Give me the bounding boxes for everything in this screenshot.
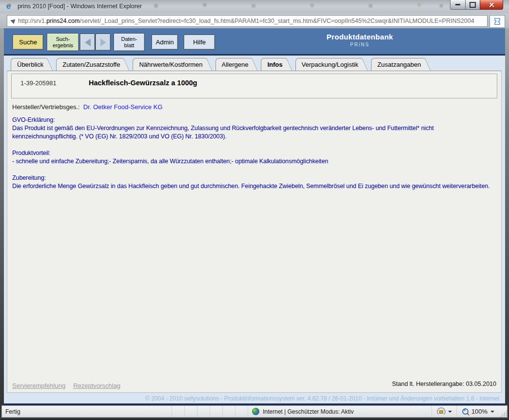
app-toolbar: Suche Such- ergebnis Daten- blatt Admin … bbox=[4, 28, 505, 54]
status-cell bbox=[184, 406, 197, 417]
window-frame-right bbox=[505, 28, 509, 418]
section-gvo: GVO-Erklärung: Das Produkt ist gemäß den… bbox=[12, 116, 494, 141]
zone-text: Internet | Geschützter Modus: Aktiv bbox=[263, 408, 354, 415]
datenblatt-button[interactable]: Daten- blatt bbox=[114, 33, 145, 51]
suche-button[interactable]: Suche bbox=[13, 35, 43, 50]
manufacturer-label: Hersteller/Vertriebsges.: bbox=[12, 103, 80, 111]
section-produktvorteil: Produktvorteil: - schnelle und einfache … bbox=[12, 149, 494, 166]
product-header-box: 1-39-205981 Hackfleisch-Gewürzsalz a 100… bbox=[11, 74, 497, 98]
section-body: Die erforderliche Menge Gewürzsalz in da… bbox=[12, 182, 494, 191]
url-text: http://srv1.prins24.com/servlet/_Load_pr… bbox=[18, 18, 474, 24]
minimize-icon bbox=[455, 4, 460, 5]
servierempfehlung-link[interactable]: Servierempfehlung bbox=[12, 382, 65, 389]
maximize-icon bbox=[470, 2, 476, 8]
info-panel: 1-39-205981 Hackfleisch-Gewürzsalz a 100… bbox=[7, 71, 502, 393]
zoom-control[interactable]: 100% bbox=[456, 406, 500, 417]
arrow-left-icon bbox=[85, 38, 91, 46]
window-title: prins 2010 [Food] - Windows Internet Exp… bbox=[18, 3, 142, 10]
copyright-note: © 2004 - 2010 sellysolutions - Produktin… bbox=[145, 395, 499, 402]
status-cell bbox=[210, 406, 222, 417]
section-heading: GVO-Erklärung: bbox=[12, 116, 494, 124]
suchergebnis-button[interactable]: Such- ergebnis bbox=[47, 33, 79, 51]
window-controls bbox=[450, 0, 503, 10]
chevron-down-icon bbox=[448, 411, 452, 413]
page-icon bbox=[10, 18, 16, 24]
maximize-button[interactable] bbox=[466, 0, 480, 10]
tab-naehrwerte-kostformen[interactable]: Nährwerte/Kostformen bbox=[133, 58, 205, 71]
compatibility-view-icon bbox=[493, 18, 501, 25]
status-text: Fertig bbox=[2, 406, 172, 417]
ie-logo-icon: e bbox=[5, 2, 14, 11]
tab-bar: Überblick Zutaten/Zusatzstoffe Nährwerte… bbox=[11, 58, 434, 71]
status-cell bbox=[197, 406, 210, 417]
section-zubereitung: Zubereitung: Die erforderliche Menge Gew… bbox=[12, 174, 494, 191]
zoom-level: 100% bbox=[471, 408, 488, 415]
tab-verpackung-logistik[interactable]: Verpackung/Logistik bbox=[295, 58, 361, 71]
magnifier-icon bbox=[462, 408, 469, 415]
titlebar: e prins 2010 [Food] - Windows Internet E… bbox=[0, 0, 509, 14]
section-heading: Zubereitung: bbox=[12, 174, 494, 182]
back-button[interactable] bbox=[80, 34, 95, 51]
globe-icon bbox=[252, 408, 259, 415]
tab-infos[interactable]: Infos bbox=[261, 58, 285, 71]
protected-mode-icon bbox=[437, 407, 446, 416]
panel-footer-links: Servierempfehlung Rezeptvorschlag bbox=[12, 382, 120, 389]
status-cell bbox=[172, 406, 184, 417]
admin-button[interactable]: Admin bbox=[152, 35, 178, 50]
tab-ueberblick[interactable]: Überblick bbox=[11, 58, 46, 71]
manufacturer-row: Hersteller/Vertriebsges.:Dr. Oetker Food… bbox=[12, 103, 162, 111]
close-icon bbox=[489, 2, 494, 7]
protected-mode-button[interactable] bbox=[431, 406, 456, 417]
address-bar-row: http://srv1.prins24.com/servlet/_Load_pr… bbox=[0, 14, 509, 28]
stand-note: Stand lt. Herstellerangabe: 03.05.2010 bbox=[392, 381, 496, 387]
brand-subtitle: PRiNS bbox=[321, 42, 399, 47]
window-frame-left bbox=[0, 28, 4, 418]
brand: Produktdatenbank PRiNS bbox=[321, 33, 399, 47]
status-cell bbox=[222, 406, 235, 417]
security-zone: Internet | Geschützter Modus: Aktiv bbox=[248, 406, 431, 417]
product-name: Hackfleisch-Gewürzsalz a 1000g bbox=[89, 79, 197, 87]
address-input[interactable]: http://srv1.prins24.com/servlet/_Load_pr… bbox=[7, 15, 488, 27]
minimize-button[interactable] bbox=[450, 0, 466, 10]
compatibility-view-button[interactable] bbox=[489, 15, 505, 28]
manufacturer-link[interactable]: Dr. Oetker Food-Service KG bbox=[83, 103, 163, 111]
section-heading: Produktvorteil: bbox=[12, 149, 494, 157]
section-body: - schnelle und einfache Zubereitung;- Ze… bbox=[12, 157, 494, 166]
info-sections: GVO-Erklärung: Das Produkt ist gemäß den… bbox=[12, 116, 494, 199]
page-content: Überblick Zutaten/Zusatzstoffe Nährwerte… bbox=[4, 56, 505, 405]
status-bar: Fertig Internet | Geschützter Modus: Akt… bbox=[1, 405, 508, 418]
resize-grip[interactable] bbox=[500, 410, 507, 417]
section-body: Das Produkt ist gemäß den EU-Verordnunge… bbox=[12, 124, 494, 141]
chevron-down-icon bbox=[490, 411, 494, 413]
product-code: 1-39-205981 bbox=[20, 79, 57, 87]
status-cell bbox=[235, 406, 248, 417]
tab-allergene[interactable]: Allergene bbox=[215, 58, 252, 71]
tab-zusatzangaben[interactable]: Zusatzangaben bbox=[371, 58, 424, 71]
arrow-right-icon bbox=[100, 38, 106, 46]
hilfe-button[interactable]: Hilfe bbox=[184, 35, 215, 50]
rezeptvorschlag-link[interactable]: Rezeptvorschlag bbox=[73, 382, 120, 389]
forward-button[interactable] bbox=[96, 34, 111, 51]
close-button[interactable] bbox=[480, 0, 503, 10]
brand-title: Produktdatenbank bbox=[321, 33, 399, 41]
window-frame-bottom bbox=[0, 418, 509, 420]
tab-zutaten-zusatzstoffe[interactable]: Zutaten/Zusatzstoffe bbox=[56, 58, 123, 71]
